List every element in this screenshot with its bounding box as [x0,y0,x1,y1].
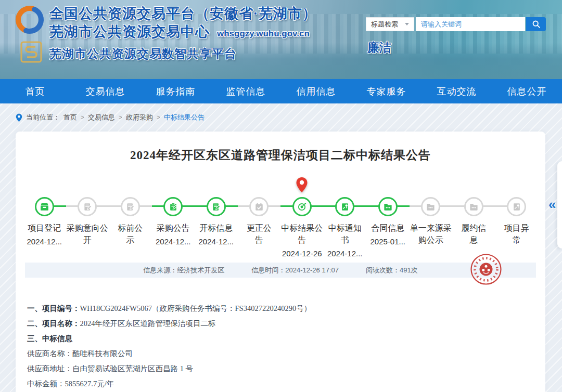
step-label: 更正公告 [245,222,274,246]
procurement-timeline: 项目登记 2024-12... 采购意向公开 标前公示 采购公告 2024-12… [23,172,538,258]
meta-source: 信息来源：经济技术开发区 [143,266,224,275]
breadcrumb-separator: > [81,114,84,121]
step-label: 标前公示 [116,222,145,246]
meta-views-value: 491次 [400,266,418,274]
step-label: 采购公告 [157,222,190,234]
paragraph-label: 三、中标信息 [27,334,72,343]
search-category-dropdown[interactable]: 标题检索 [366,17,414,31]
breadcrumb: 当前位置： 首页 > 交易信息 > 政府采购 > 中标结果公告 [16,111,205,124]
paragraph-label: 供应商地址： [27,364,72,373]
step-date: 2024-12... [156,237,191,246]
doc-pin-icon [512,202,521,212]
doc-edit-icon [125,202,135,212]
breadcrumb-current[interactable]: 中标结果公告 [164,113,205,122]
nav-item-supervision[interactable]: 监管信息 [211,85,281,98]
site-name: 芜湖市公共资源交易中心 [49,24,210,40]
target-icon [297,202,307,212]
folder-icon [383,202,393,212]
step-label: 中标通知书 [327,222,363,246]
timeline-step-bid-opening[interactable]: 开标信息 2024-12... [195,172,238,246]
article-title: 2024年经开区东区道路管理保洁项目二标中标结果公告 [16,147,545,163]
chevron-down-icon [405,23,409,25]
step-label: 合同信息 [371,222,404,234]
current-step-pin-icon [296,177,308,193]
search-input[interactable] [416,17,525,31]
breadcrumb-gov-procurement[interactable]: 政府采购 [126,113,153,122]
timeline-step-performance-info[interactable]: 履约信息 [452,172,495,246]
step-date: 2024-12... [198,237,234,246]
meta-source-value: 经济技术开发区 [177,266,224,274]
paragraph-award-info-heading: 三、中标信息 [27,331,534,346]
doc-pin-icon [340,202,350,212]
meta-views: 阅读次数：491次 [366,266,418,275]
paragraph-project-number: 一、项目编号：WH18CG2024FW5067（政府采购任务书编号：FS3402… [27,301,534,316]
search-category-label: 标题检索 [371,20,398,29]
nav-item-service-guide[interactable]: 服务指南 [140,85,211,98]
share-platform-logo [20,41,43,63]
step-label: 开标信息 [199,222,233,234]
folder-icon [426,202,436,212]
side-float-panel [557,161,562,249]
paragraph-value: 5855627.7元/年 [65,380,114,388]
meta-time: 信息时间：2024-12-26 17:07 [251,266,339,275]
step-label: 项目登记 [28,222,61,234]
step-label: 履约信息 [459,222,488,246]
calendar-check-icon [254,202,264,212]
doc-edit-icon [83,202,92,212]
paragraph-project-name: 二、项目名称：2024年经开区东区道路管理保洁项目二标 [27,316,534,331]
site-url: whsggzy.wuhu.gov.cn [217,29,310,38]
timeline-step-purchase-intent[interactable]: 采购意向公开 [66,172,109,246]
timeline-step-single-source[interactable]: 单一来源采购公示 [410,172,453,246]
step-date: 2024-12-26 [282,249,322,258]
meta-time-value: 2024-12-26 17:07 [285,266,339,274]
timeline-step-award-notice[interactable]: 中标通知书 2024-12... [324,172,367,258]
timeline-step-contract-info[interactable]: 合同信息 2025-01... [366,172,410,246]
sub-platform-title: 芜湖市公共资源交易数智共享平台 [49,46,237,62]
folder-icon [469,202,479,212]
paragraph-label: 二、项目名称： [27,319,80,328]
nav-item-credit[interactable]: 信用信息 [281,85,351,98]
platform-logo[interactable] [14,4,46,36]
paragraph-value: WH18CG2024FW5067（政府采购任务书编号：FS34027220240… [80,304,312,312]
site-title-line2: 芜湖市公共资源交易中心whsggzy.wuhu.gov.cn [49,22,310,41]
timeline-step-project-exception[interactable]: 项目异常 [495,172,539,246]
meta-views-label: 阅读次数： [366,266,400,274]
meta-source-label: 信息来源： [143,266,177,274]
timeline-step-award-result[interactable]: 中标结果公告 2024-12-26 [280,172,324,258]
step-date: 2025-01... [370,237,405,246]
breadcrumb-home[interactable]: 首页 [63,113,77,122]
article-body: 一、项目编号：WH18CG2024FW5067（政府采购任务书编号：FS3402… [27,301,534,391]
timeline-step-project-registration[interactable]: 项目登记 2024-12... [23,172,66,246]
nav-item-trade-info[interactable]: 交易信息 [70,85,140,98]
breadcrumb-trade-info[interactable]: 交易信息 [88,113,115,122]
paragraph-supplier-name: 供应商名称：酷哇科技有限公司 [27,346,534,361]
location-pin-icon [16,113,22,122]
integrity-slogan: 廉洁 [367,40,391,56]
step-label: 采购意向公开 [66,222,109,246]
collapse-panel-icon[interactable]: « [548,197,555,213]
breadcrumb-prefix: 当前位置： [26,113,60,122]
main-nav: 首页 交易信息 服务指南 监管信息 信用信息 专家服务 互动交流 信息公开 [0,79,562,103]
paragraph-award-amount: 中标金额：5855627.7元/年 [27,376,534,391]
nav-item-interaction[interactable]: 互动交流 [422,85,492,98]
step-label: 中标结果公告 [280,222,324,246]
nav-item-expert[interactable]: 专家服务 [351,85,422,98]
breadcrumb-separator: > [119,114,122,121]
nav-item-disclosure[interactable]: 信息公开 [492,85,562,98]
nav-item-home[interactable]: 首页 [0,85,70,98]
timeline-step-prebid-publicity[interactable]: 标前公示 [109,172,152,246]
article-meta-bar: 信息来源：经济技术开发区 信息时间：2024-12-26 17:07 阅读次数：… [25,263,536,278]
breadcrumb-separator: > [157,114,160,121]
timeline-step-procurement-notice[interactable]: 采购公告 2024-12... [152,172,195,246]
paragraph-value: 2024年经开区东区道路管理保洁项目二标 [80,319,216,328]
site-title-line1: 全国公共资源交易平台（安徽省·芜湖市） [49,4,317,23]
official-seal [470,253,502,285]
meta-time-label: 信息时间： [251,266,285,274]
paragraph-value: 自由贸易试验区芜湖片区西昌路 1 号 [72,364,193,373]
step-date: 2024-12... [27,237,62,246]
timeline-step-correction-notice[interactable]: 更正公告 [238,172,281,246]
search-button[interactable] [526,17,546,31]
article-card: 2024年经开区东区道路管理保洁项目二标中标结果公告 项目登记 2024-12.… [16,132,545,392]
header-banner: 全国公共资源交易平台（安徽省·芜湖市） 芜湖市公共资源交易中心whsggzy.w… [0,0,562,79]
paragraph-value: 酷哇科技有限公司 [72,349,133,358]
